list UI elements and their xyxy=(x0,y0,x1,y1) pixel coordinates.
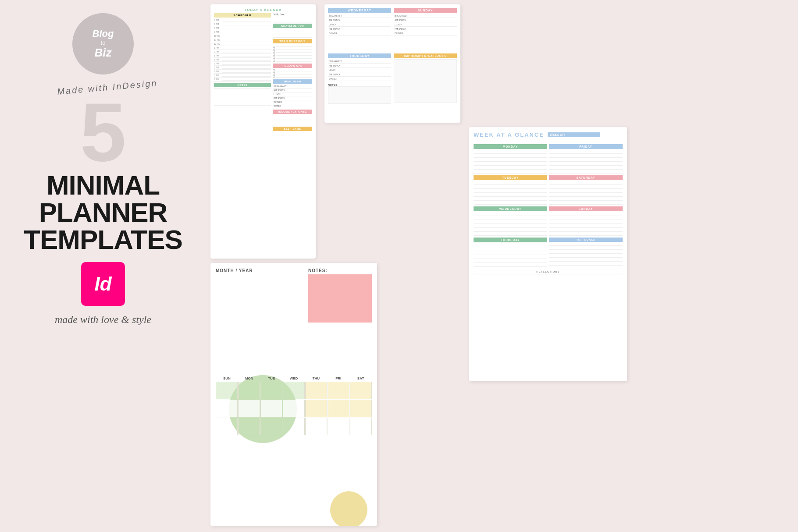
cal-cell xyxy=(305,400,327,417)
sunday-dinner: DINNER xyxy=(394,31,457,35)
wednesday-col: WEDNESDAY BREAKFAST AM SNACK LUNCH PM SN… xyxy=(328,8,391,51)
cal-cell xyxy=(216,400,238,417)
cal-cell xyxy=(305,418,327,435)
yellow-circle xyxy=(330,491,367,526)
thursday-wk-header: THURSDAY xyxy=(474,238,547,242)
sunday-col: SUNDAY BREAKFAST AM SNACK LUNCH PM SNACK… xyxy=(394,8,457,51)
day-wed: WED xyxy=(283,375,305,382)
cal-cell xyxy=(238,382,260,399)
day-names-row: SUN MON TUE WED THU FRI SAT xyxy=(216,375,372,382)
meal-amsnack: AM SNACK xyxy=(273,89,312,92)
cal-cell xyxy=(328,382,349,399)
day-label: DAY: xyxy=(280,13,285,16)
logo-biz: Biz xyxy=(95,46,112,60)
sunday-wk-header: SUNDAY xyxy=(549,206,623,211)
time-row: 7 AM xyxy=(214,22,271,26)
time-row: 2 PM xyxy=(214,50,271,54)
planner-label: PLANNER xyxy=(24,199,182,226)
time-row: 11 AM xyxy=(214,38,271,42)
cal-cell xyxy=(350,382,372,399)
cal-cell xyxy=(260,382,282,399)
follow-ups-box: FOLLOW-UPS xyxy=(273,64,312,68)
cal-cell xyxy=(260,418,282,435)
wednesday-section: WEDNESDAY xyxy=(474,206,547,236)
income-box: INCOME / EXPENSE xyxy=(273,110,312,114)
wednesday-pmsnack: PM SNACK xyxy=(328,27,391,31)
minimal-label: MINIMAL xyxy=(24,172,182,199)
time-row: 7 PM xyxy=(214,70,271,74)
day-sun: SUN xyxy=(216,375,238,382)
thursday-header: THURSDAY xyxy=(328,53,391,58)
time-row: 9 AM xyxy=(214,30,271,34)
indesign-icon: Id xyxy=(94,273,111,295)
logo-blog: Blog xyxy=(93,28,114,39)
thursday-dinner: DINNER xyxy=(328,77,391,81)
reflections-area: REFLECTIONS xyxy=(474,270,623,286)
monthly-header: MONTH / YEAR NOTES: xyxy=(216,268,372,323)
cal-cell xyxy=(283,418,305,435)
thursday-breakfast: BREAKFAST xyxy=(328,59,391,64)
cal-cell xyxy=(238,418,260,435)
cal-cell xyxy=(305,382,327,399)
saturday-section: SATURDAY xyxy=(549,175,623,205)
day-thu: THU xyxy=(305,375,327,382)
cal-cell xyxy=(328,418,349,435)
day-fri: FRI xyxy=(327,375,349,382)
wednesday-wk-header: WEDNESDAY xyxy=(474,206,547,211)
number-display: 5 xyxy=(80,95,126,170)
time-row: 4 PM xyxy=(214,58,271,62)
monday-header: MONDAY xyxy=(474,144,547,149)
time-row: 12 PM xyxy=(214,42,271,46)
schedule-header: SCHEDULE xyxy=(214,13,271,18)
month-year-label: MONTH / YEAR xyxy=(216,268,253,273)
agenda-title: TODAY'S AGENDA xyxy=(214,8,312,12)
cal-cell xyxy=(350,400,372,417)
cal-cell xyxy=(260,400,282,417)
sunday-section: SUNDAY xyxy=(549,206,623,236)
friday-header: FRIDAY xyxy=(549,144,623,149)
grateful-box: GRATEFUL FOR xyxy=(273,24,312,28)
cal-cell xyxy=(216,382,238,399)
day-tue: TUE xyxy=(260,375,283,382)
logo-to: to xyxy=(101,39,106,46)
thursday-pmsnack: PM SNACK xyxy=(328,72,391,77)
tuesday-header: TUESDAY xyxy=(474,175,547,180)
thursday-section: THURSDAY xyxy=(474,238,547,267)
agenda-card: TODAY'S AGENDA SCHEDULE 6 AM 7 AM 8 AM 9… xyxy=(210,4,316,259)
top-goals-section: TOP GOALS xyxy=(549,238,623,267)
reflections-header: REFLECTIONS xyxy=(474,270,623,274)
day-mon: MON xyxy=(238,375,260,382)
thursday-amsnack: AM SNACK xyxy=(328,64,391,68)
meal-lunch: LUNCH xyxy=(273,92,312,96)
cal-cell xyxy=(328,400,349,417)
time-row: 5 PM xyxy=(214,62,271,66)
meal-plan-box: MEAL PLAN xyxy=(273,79,312,84)
sunday-amsnack: AM SNACK xyxy=(394,18,457,22)
calendar-area: SUN MON TUE WED THU FRI SAT xyxy=(216,375,372,526)
must-dos-box: TOP 5 MUST DO'S xyxy=(273,39,312,43)
wednesday-breakfast: BREAKFAST xyxy=(328,14,391,18)
notes-area xyxy=(308,274,372,323)
time-row: 6 AM xyxy=(214,18,271,22)
wednesday-lunch: LUNCH xyxy=(328,22,391,27)
cal-cell xyxy=(238,400,260,417)
friday-section: FRIDAY xyxy=(549,144,623,174)
saturday-header: SATURDAY xyxy=(549,175,623,180)
week-header-row: WEEK AT A GLANCE WEEK OF: xyxy=(474,131,623,141)
time-row: 8 PM xyxy=(214,74,271,78)
cal-cell xyxy=(350,418,372,435)
time-row: 3 PM xyxy=(214,54,271,58)
impromptu-header: IMPROMPTU/EAT-OUTS xyxy=(394,53,457,58)
monthly-calendar-card: MONTH / YEAR NOTES: SUN MON TUE WED THU … xyxy=(210,263,377,526)
sunday-header: SUNDAY xyxy=(394,8,457,13)
time-row: 6 PM xyxy=(214,66,271,70)
templates-label: TEMPLATES xyxy=(24,226,182,253)
tuesday-section: TUESDAY xyxy=(474,175,547,205)
cal-cell xyxy=(283,400,305,417)
wednesday-dinner: DINNER xyxy=(328,31,391,35)
time-row: 10 AM xyxy=(214,34,271,38)
self-care-box: SELF-CARE xyxy=(273,127,312,131)
sunday-pmsnack: PM SNACK xyxy=(394,27,457,31)
date-label: DATE: xyxy=(273,13,279,16)
template-title: MINIMAL PLANNER TEMPLATES xyxy=(24,172,182,253)
